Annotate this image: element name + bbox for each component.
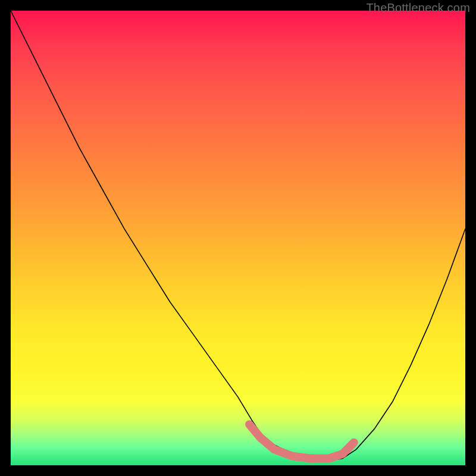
bottom-marker-stroke — [249, 424, 354, 458]
watermark-text: TheBottleneck.com — [366, 1, 470, 15]
curve-group — [11, 11, 465, 461]
chart-curve-svg — [11, 11, 465, 465]
chart-plot-area — [11, 11, 465, 465]
chart-stage: TheBottleneck.com — [0, 0, 476, 476]
bottleneck-curve — [11, 11, 465, 461]
